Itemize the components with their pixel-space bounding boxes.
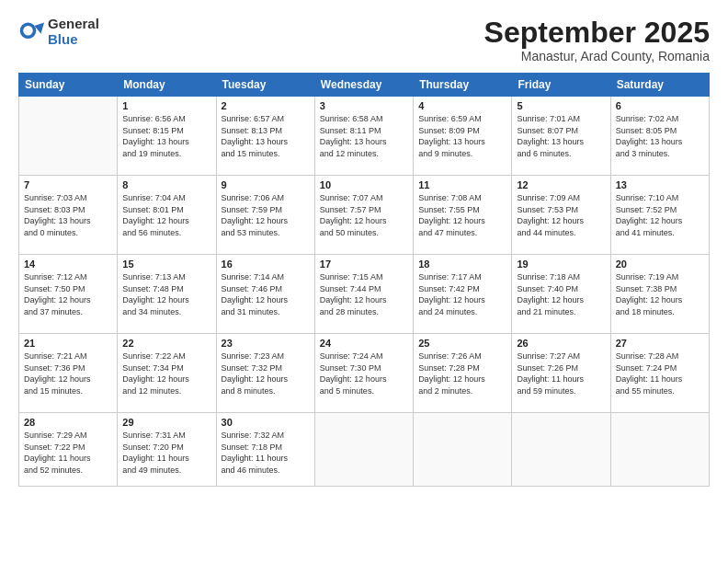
day-info: Sunrise: 7:06 AM Sunset: 7:59 PM Dayligh… [222,192,310,238]
calendar-cell: 27Sunrise: 7:28 AM Sunset: 7:24 PM Dayli… [610,334,709,413]
day-info: Sunrise: 7:18 AM Sunset: 7:40 PM Dayligh… [517,271,605,317]
day-number: 25 [418,338,506,349]
calendar-cell: 1Sunrise: 6:56 AM Sunset: 8:15 PM Daylig… [118,97,216,176]
day-number: 6 [616,100,704,111]
day-number: 28 [24,417,112,428]
day-info: Sunrise: 7:12 AM Sunset: 7:50 PM Dayligh… [24,271,112,317]
day-number: 20 [616,259,704,270]
calendar-cell: 20Sunrise: 7:19 AM Sunset: 7:38 PM Dayli… [610,255,709,334]
week-row-2: 7Sunrise: 7:03 AM Sunset: 8:03 PM Daylig… [19,176,710,255]
day-info: Sunrise: 7:10 AM Sunset: 7:52 PM Dayligh… [616,192,704,238]
day-number: 10 [320,179,408,190]
day-number: 27 [616,338,704,349]
svg-point-1 [23,26,33,36]
calendar-cell: 13Sunrise: 7:10 AM Sunset: 7:52 PM Dayli… [610,176,709,255]
day-number: 30 [222,417,310,428]
logo-general-text: General [48,17,99,32]
weekday-header-tuesday: Tuesday [216,74,314,97]
calendar-cell: 18Sunrise: 7:17 AM Sunset: 7:42 PM Dayli… [414,255,512,334]
day-info: Sunrise: 6:58 AM Sunset: 8:11 PM Dayligh… [320,113,408,159]
day-number: 9 [222,179,310,190]
calendar-cell [19,97,118,176]
calendar-cell: 6Sunrise: 7:02 AM Sunset: 8:05 PM Daylig… [610,97,709,176]
weekday-header-wednesday: Wednesday [314,74,413,97]
weekday-header-monday: Monday [118,74,216,97]
day-number: 15 [122,259,210,270]
day-number: 22 [122,338,210,349]
week-row-3: 14Sunrise: 7:12 AM Sunset: 7:50 PM Dayli… [19,255,710,334]
subtitle: Manastur, Arad County, Romania [484,49,710,63]
day-info: Sunrise: 7:15 AM Sunset: 7:44 PM Dayligh… [320,271,408,317]
logo-icon [18,19,44,45]
title-block: September 2025 Manastur, Arad County, Ro… [484,17,710,63]
day-info: Sunrise: 7:19 AM Sunset: 7:38 PM Dayligh… [616,271,704,317]
day-number: 11 [418,179,506,190]
day-info: Sunrise: 7:09 AM Sunset: 7:53 PM Dayligh… [517,192,605,238]
calendar-cell: 15Sunrise: 7:13 AM Sunset: 7:48 PM Dayli… [118,255,216,334]
calendar-cell: 10Sunrise: 7:07 AM Sunset: 7:57 PM Dayli… [314,176,413,255]
calendar-cell: 16Sunrise: 7:14 AM Sunset: 7:46 PM Dayli… [216,255,314,334]
day-number: 26 [517,338,605,349]
day-number: 12 [517,179,605,190]
calendar-cell: 30Sunrise: 7:32 AM Sunset: 7:18 PM Dayli… [216,413,314,487]
weekday-header-sunday: Sunday [19,74,118,97]
day-number: 14 [24,259,112,270]
calendar-cell: 3Sunrise: 6:58 AM Sunset: 8:11 PM Daylig… [314,97,413,176]
weekday-header-thursday: Thursday [414,74,512,97]
weekday-header-row: SundayMondayTuesdayWednesdayThursdayFrid… [19,74,710,97]
calendar-cell [414,413,512,487]
day-number: 29 [122,417,210,428]
day-info: Sunrise: 7:08 AM Sunset: 7:55 PM Dayligh… [418,192,506,238]
day-number: 16 [222,259,310,270]
week-row-4: 21Sunrise: 7:21 AM Sunset: 7:36 PM Dayli… [19,334,710,413]
day-info: Sunrise: 7:04 AM Sunset: 8:01 PM Dayligh… [122,192,210,238]
day-info: Sunrise: 7:03 AM Sunset: 8:03 PM Dayligh… [24,192,112,238]
calendar-cell [512,413,610,487]
header: General Blue September 2025 Manastur, Ar… [18,17,710,63]
day-info: Sunrise: 7:02 AM Sunset: 8:05 PM Dayligh… [616,113,704,159]
logo: General Blue [18,17,99,47]
calendar-cell: 22Sunrise: 7:22 AM Sunset: 7:34 PM Dayli… [118,334,216,413]
day-info: Sunrise: 7:32 AM Sunset: 7:18 PM Dayligh… [222,430,310,476]
day-number: 1 [122,100,210,111]
day-number: 13 [616,179,704,190]
day-number: 24 [320,338,408,349]
calendar-cell: 23Sunrise: 7:23 AM Sunset: 7:32 PM Dayli… [216,334,314,413]
day-info: Sunrise: 7:26 AM Sunset: 7:28 PM Dayligh… [418,350,506,396]
calendar-cell: 9Sunrise: 7:06 AM Sunset: 7:59 PM Daylig… [216,176,314,255]
day-info: Sunrise: 7:13 AM Sunset: 7:48 PM Dayligh… [122,271,210,317]
calendar-cell: 25Sunrise: 7:26 AM Sunset: 7:28 PM Dayli… [414,334,512,413]
calendar-cell: 7Sunrise: 7:03 AM Sunset: 8:03 PM Daylig… [19,176,118,255]
page: General Blue September 2025 Manastur, Ar… [0,0,728,563]
day-number: 4 [418,100,506,111]
month-title: September 2025 [484,17,710,49]
day-number: 5 [517,100,605,111]
calendar-cell [314,413,413,487]
day-info: Sunrise: 7:21 AM Sunset: 7:36 PM Dayligh… [24,350,112,396]
logo-blue-text: Blue [48,32,99,48]
day-number: 2 [222,100,310,111]
calendar-cell: 26Sunrise: 7:27 AM Sunset: 7:26 PM Dayli… [512,334,610,413]
day-info: Sunrise: 7:07 AM Sunset: 7:57 PM Dayligh… [320,192,408,238]
day-info: Sunrise: 6:57 AM Sunset: 8:13 PM Dayligh… [222,113,310,159]
calendar-cell: 12Sunrise: 7:09 AM Sunset: 7:53 PM Dayli… [512,176,610,255]
day-number: 18 [418,259,506,270]
calendar-cell: 14Sunrise: 7:12 AM Sunset: 7:50 PM Dayli… [19,255,118,334]
calendar-cell: 29Sunrise: 7:31 AM Sunset: 7:20 PM Dayli… [118,413,216,487]
day-info: Sunrise: 7:22 AM Sunset: 7:34 PM Dayligh… [122,350,210,396]
calendar-cell: 28Sunrise: 7:29 AM Sunset: 7:22 PM Dayli… [19,413,118,487]
day-info: Sunrise: 7:23 AM Sunset: 7:32 PM Dayligh… [222,350,310,396]
calendar-cell [610,413,709,487]
day-info: Sunrise: 7:31 AM Sunset: 7:20 PM Dayligh… [122,430,210,476]
day-info: Sunrise: 7:24 AM Sunset: 7:30 PM Dayligh… [320,350,408,396]
day-info: Sunrise: 7:01 AM Sunset: 8:07 PM Dayligh… [517,113,605,159]
calendar-cell: 11Sunrise: 7:08 AM Sunset: 7:55 PM Dayli… [414,176,512,255]
week-row-1: 1Sunrise: 6:56 AM Sunset: 8:15 PM Daylig… [19,97,710,176]
day-info: Sunrise: 6:56 AM Sunset: 8:15 PM Dayligh… [122,113,210,159]
day-info: Sunrise: 7:14 AM Sunset: 7:46 PM Dayligh… [222,271,310,317]
day-info: Sunrise: 7:27 AM Sunset: 7:26 PM Dayligh… [517,350,605,396]
calendar-table: SundayMondayTuesdayWednesdayThursdayFrid… [18,73,710,487]
day-number: 19 [517,259,605,270]
weekday-header-saturday: Saturday [610,74,709,97]
day-number: 21 [24,338,112,349]
